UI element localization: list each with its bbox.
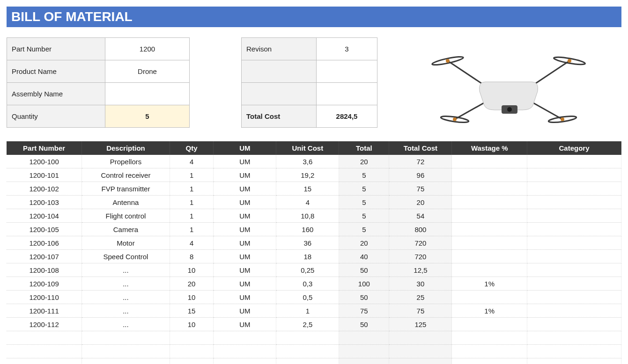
value-part-number[interactable]: 1200 <box>105 38 190 60</box>
cell-total[interactable]: 5 <box>339 168 389 182</box>
cell-part[interactable]: 1200-105 <box>7 223 82 236</box>
cell-cat[interactable] <box>527 277 621 291</box>
cell-empty[interactable] <box>170 345 214 358</box>
cell-qty[interactable]: 1 <box>170 209 214 223</box>
cell-part[interactable]: 1200-101 <box>7 168 82 182</box>
cell-cat[interactable] <box>527 168 621 182</box>
cell-tcost[interactable]: 25 <box>389 291 452 304</box>
cell-ucost[interactable]: 2,5 <box>276 318 339 331</box>
cell-qty[interactable]: 1 <box>170 223 214 236</box>
cell-desc[interactable]: ... <box>82 291 170 304</box>
cell-um[interactable]: UM <box>214 155 276 168</box>
cell-empty[interactable] <box>170 358 214 364</box>
cell-cat[interactable] <box>527 182 621 196</box>
cell-qty[interactable]: 10 <box>170 263 214 277</box>
cell-qty[interactable]: 4 <box>170 236 214 250</box>
cell-ucost[interactable]: 0,3 <box>276 277 339 291</box>
cell-qty[interactable]: 20 <box>170 277 214 291</box>
cell-tcost[interactable]: 75 <box>389 182 452 196</box>
cell-empty[interactable] <box>452 345 527 358</box>
cell-tcost[interactable]: 125 <box>389 318 452 331</box>
value-revision[interactable]: 3 <box>317 38 377 60</box>
cell-empty[interactable] <box>214 345 276 358</box>
cell-part[interactable]: 1200-110 <box>7 291 82 304</box>
cell-part[interactable]: 1200-100 <box>7 155 82 168</box>
cell-um[interactable]: UM <box>214 318 276 331</box>
cell-empty[interactable] <box>7 345 82 358</box>
cell-ucost[interactable]: 15 <box>276 182 339 196</box>
value-blank-2[interactable] <box>317 83 377 105</box>
cell-tcost[interactable]: 20 <box>389 196 452 209</box>
cell-part[interactable]: 1200-111 <box>7 304 82 318</box>
cell-ucost[interactable]: 36 <box>276 236 339 250</box>
cell-wast[interactable] <box>452 291 527 304</box>
cell-tcost[interactable]: 720 <box>389 236 452 250</box>
cell-desc[interactable]: Propellors <box>82 155 170 168</box>
cell-desc[interactable]: Camera <box>82 223 170 236</box>
cell-total[interactable]: 5 <box>339 209 389 223</box>
cell-qty[interactable]: 1 <box>170 168 214 182</box>
cell-tcost[interactable]: 96 <box>389 168 452 182</box>
cell-empty[interactable] <box>7 331 82 345</box>
cell-wast[interactable] <box>452 236 527 250</box>
cell-empty[interactable] <box>389 331 452 345</box>
cell-desc[interactable]: Antenna <box>82 196 170 209</box>
cell-wast[interactable]: 1% <box>452 277 527 291</box>
cell-empty[interactable] <box>452 358 527 364</box>
cell-part[interactable]: 1200-109 <box>7 277 82 291</box>
cell-wast[interactable] <box>452 318 527 331</box>
cell-cat[interactable] <box>527 155 621 168</box>
cell-um[interactable]: UM <box>214 209 276 223</box>
cell-empty[interactable] <box>276 331 339 345</box>
cell-desc[interactable]: Speed Control <box>82 250 170 263</box>
cell-desc[interactable]: ... <box>82 277 170 291</box>
cell-um[interactable]: UM <box>214 196 276 209</box>
cell-um[interactable]: UM <box>214 182 276 196</box>
cell-desc[interactable]: ... <box>82 263 170 277</box>
cell-part[interactable]: 1200-106 <box>7 236 82 250</box>
cell-tcost[interactable]: 30 <box>389 277 452 291</box>
cell-total[interactable]: 20 <box>339 155 389 168</box>
cell-empty[interactable] <box>7 358 82 364</box>
cell-desc[interactable]: Control receiver <box>82 168 170 182</box>
cell-ucost[interactable]: 18 <box>276 250 339 263</box>
cell-empty[interactable] <box>339 345 389 358</box>
cell-part[interactable]: 1200-107 <box>7 250 82 263</box>
cell-qty[interactable]: 4 <box>170 155 214 168</box>
cell-total[interactable]: 50 <box>339 291 389 304</box>
cell-cat[interactable] <box>527 263 621 277</box>
cell-cat[interactable] <box>527 209 621 223</box>
cell-qty[interactable]: 10 <box>170 291 214 304</box>
cell-empty[interactable] <box>82 358 170 364</box>
cell-ucost[interactable]: 19,2 <box>276 168 339 182</box>
cell-total[interactable]: 100 <box>339 277 389 291</box>
cell-cat[interactable] <box>527 196 621 209</box>
cell-total[interactable]: 20 <box>339 236 389 250</box>
cell-part[interactable]: 1200-102 <box>7 182 82 196</box>
cell-empty[interactable] <box>389 358 452 364</box>
cell-ucost[interactable]: 0,5 <box>276 291 339 304</box>
cell-total[interactable]: 5 <box>339 182 389 196</box>
cell-empty[interactable] <box>170 331 214 345</box>
cell-total[interactable]: 75 <box>339 304 389 318</box>
cell-wast[interactable] <box>452 263 527 277</box>
cell-tcost[interactable]: 54 <box>389 209 452 223</box>
cell-tcost[interactable]: 720 <box>389 250 452 263</box>
cell-cat[interactable] <box>527 236 621 250</box>
value-assembly-name[interactable] <box>105 83 190 105</box>
cell-wast[interactable] <box>452 182 527 196</box>
cell-um[interactable]: UM <box>214 168 276 182</box>
cell-tcost[interactable]: 800 <box>389 223 452 236</box>
cell-empty[interactable] <box>527 331 621 345</box>
cell-part[interactable]: 1200-103 <box>7 196 82 209</box>
cell-ucost[interactable]: 10,8 <box>276 209 339 223</box>
cell-empty[interactable] <box>276 358 339 364</box>
cell-total[interactable]: 5 <box>339 223 389 236</box>
cell-um[interactable]: UM <box>214 304 276 318</box>
cell-ucost[interactable]: 4 <box>276 196 339 209</box>
cell-total[interactable]: 5 <box>339 196 389 209</box>
cell-tcost[interactable]: 75 <box>389 304 452 318</box>
cell-cat[interactable] <box>527 291 621 304</box>
cell-desc[interactable]: ... <box>82 304 170 318</box>
cell-part[interactable]: 1200-108 <box>7 263 82 277</box>
